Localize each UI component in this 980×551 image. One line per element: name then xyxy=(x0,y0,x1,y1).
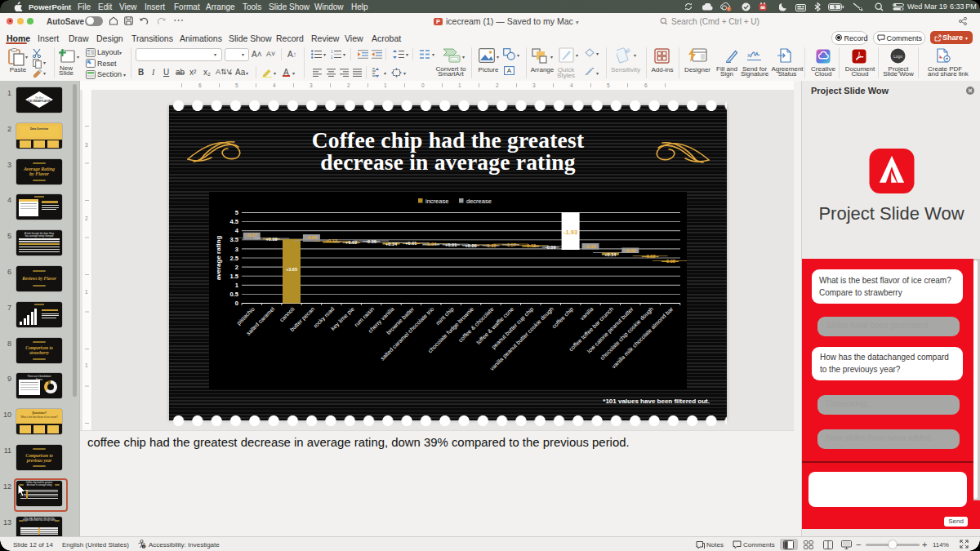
svg-text:+0.01: +0.01 xyxy=(405,241,416,246)
svg-text:+0.09: +0.09 xyxy=(266,237,278,242)
svg-text:0: 0 xyxy=(421,82,425,88)
svg-text:1: 1 xyxy=(331,50,333,54)
svg-text:6: 6 xyxy=(644,82,648,88)
svg-text:-0.08: -0.08 xyxy=(665,259,675,264)
svg-text:+0.01: +0.01 xyxy=(445,242,457,247)
svg-text:0: 0 xyxy=(235,300,238,307)
svg-text:+0.12: +0.12 xyxy=(326,238,337,243)
svg-text:+0.06: +0.06 xyxy=(466,243,477,248)
svg-text:2: 2 xyxy=(347,82,350,88)
svg-text:x: x xyxy=(747,51,751,59)
svg-text:2: 2 xyxy=(496,82,499,88)
svg-text:3: 3 xyxy=(532,82,536,88)
svg-text:-0.02: -0.02 xyxy=(645,254,656,259)
svg-text:1: 1 xyxy=(85,362,88,368)
svg-text:Logo: Logo xyxy=(893,54,902,59)
svg-text:5: 5 xyxy=(607,82,610,88)
svg-text:2: 2 xyxy=(85,216,88,221)
svg-text:vanilla: vanilla xyxy=(579,306,595,322)
svg-text:3: 3 xyxy=(235,246,238,253)
svg-text:-0.08: -0.08 xyxy=(486,243,497,248)
svg-text:A: A xyxy=(507,67,512,74)
svg-text:5: 5 xyxy=(235,209,238,216)
svg-text:-0.07: -0.07 xyxy=(506,242,516,247)
svg-text:P: P xyxy=(436,18,440,25)
svg-text:3.5: 3.5 xyxy=(230,236,238,243)
svg-text:-0.09: -0.09 xyxy=(546,245,556,250)
svg-text:1: 1 xyxy=(85,289,88,295)
svg-text:-0.17: -0.17 xyxy=(247,233,257,238)
svg-text:-0.06: -0.06 xyxy=(366,239,376,244)
svg-text:coffee chip: coffee chip xyxy=(551,306,576,331)
svg-text:-1.93: -1.93 xyxy=(564,229,577,236)
svg-text:1: 1 xyxy=(458,82,461,88)
svg-text:6: 6 xyxy=(198,82,202,88)
svg-text:4: 4 xyxy=(570,82,573,88)
svg-text:-0.13: -0.13 xyxy=(525,243,536,248)
svg-text:decrease: decrease xyxy=(466,198,492,205)
svg-text:1: 1 xyxy=(384,82,387,88)
svg-text:4: 4 xyxy=(273,82,276,88)
svg-text:+0.14: +0.14 xyxy=(604,252,617,257)
svg-text:0.5: 0.5 xyxy=(230,291,238,298)
svg-text:1: 1 xyxy=(235,282,238,289)
svg-text:increase: increase xyxy=(425,198,448,205)
svg-text:-0.28: -0.28 xyxy=(306,235,317,240)
svg-text:2: 2 xyxy=(235,264,238,271)
svg-text:coffee & chocolate: coffee & chocolate xyxy=(457,306,495,344)
svg-text:2: 2 xyxy=(331,56,333,59)
svg-text:4.5: 4.5 xyxy=(230,218,238,225)
svg-text:4: 4 xyxy=(235,227,239,234)
svg-text:cannoli: cannoli xyxy=(278,305,296,322)
svg-text:average rating: average rating xyxy=(215,236,222,281)
svg-text:3: 3 xyxy=(310,82,313,88)
svg-text:-0.08: -0.08 xyxy=(625,248,635,253)
svg-text:-0.36: -0.36 xyxy=(586,244,596,249)
svg-text:3: 3 xyxy=(85,142,88,148)
svg-text:+3.65: +3.65 xyxy=(286,267,297,272)
svg-text:2.5: 2.5 xyxy=(230,255,238,262)
svg-text:1.5: 1.5 xyxy=(230,273,238,280)
svg-text:toffee & waffle cone: toffee & waffle cone xyxy=(475,306,514,345)
svg-text:+0.14: +0.14 xyxy=(385,242,398,247)
svg-text:5: 5 xyxy=(235,82,238,88)
svg-text:i: i xyxy=(143,544,144,549)
